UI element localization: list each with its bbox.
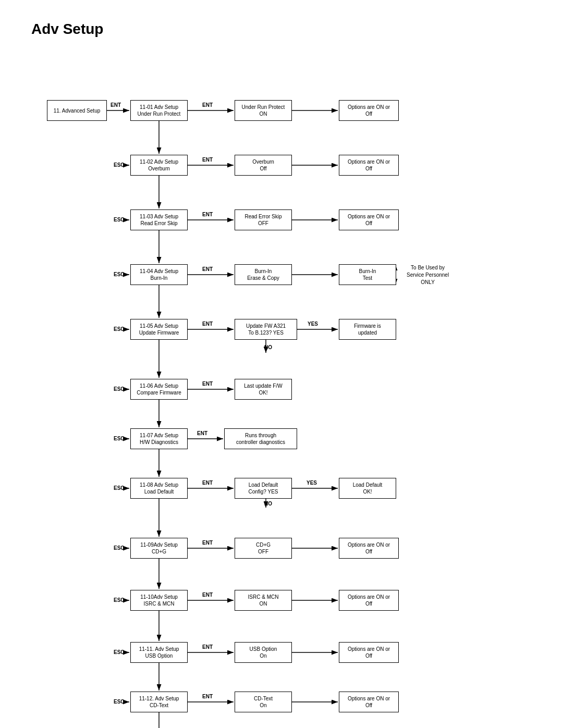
- menu-box-row9: 11-09Adv SetupCD+G: [130, 538, 188, 559]
- menu-label-row5: 11-05 Adv SetupUpdate Firmware: [139, 323, 179, 336]
- right-label-row10: Options are ON orOff: [348, 594, 390, 607]
- menu-label-row9: 11-09Adv SetupCD+G: [140, 541, 178, 555]
- right-label-row1: Options are ON orOff: [348, 104, 390, 117]
- right-box-row9: Options are ON orOff: [339, 538, 399, 559]
- mid-label-row5: Update FW A321To B.123? YES: [246, 323, 286, 336]
- svg-text:ENT: ENT: [202, 157, 213, 163]
- svg-text:ENT: ENT: [202, 644, 213, 650]
- right-box-row8: Load DefaultOK!: [339, 478, 396, 499]
- menu-box-row8: 11-08 Adv SetupLoad Default: [130, 478, 188, 499]
- right-box-row4: Burn-InTest: [339, 264, 396, 285]
- page-title: Adv Setup: [31, 21, 532, 38]
- svg-text:ENT: ENT: [202, 540, 213, 546]
- menu-box-row12: 11-12. Adv SetupCD-Text: [130, 692, 188, 712]
- mid-box-row11: USB OptionOn: [235, 642, 292, 663]
- mid-label-row12: CD-TextOn: [254, 695, 273, 709]
- svg-text:ESC: ESC: [114, 597, 125, 603]
- start-box-label: 11. Advanced Setup: [54, 107, 101, 114]
- right-box-row1: Options are ON orOff: [339, 100, 399, 121]
- mid-label-row10: ISRC & MCNON: [248, 594, 279, 607]
- menu-label-row10: 11-10Adv SetupISRC & MCN: [140, 594, 178, 607]
- svg-text:ENT: ENT: [202, 592, 213, 598]
- svg-text:ESC: ESC: [114, 436, 125, 441]
- svg-text:ENT: ENT: [202, 694, 213, 699]
- right-box-row5: Firmware isupdated: [339, 319, 396, 340]
- menu-label-row12: 11-12. Adv SetupCD-Text: [139, 695, 179, 709]
- svg-text:ESC: ESC: [114, 217, 125, 223]
- right-label-row12: Options are ON orOff: [348, 695, 390, 709]
- right-box-row12: Options are ON orOff: [339, 692, 399, 712]
- svg-text:ENT: ENT: [202, 102, 213, 108]
- menu-label-row3: 11-03 Adv SetupRead Error Skip: [140, 213, 178, 227]
- mid-box-row1: Under Run ProtectON: [235, 100, 292, 121]
- menu-label-row11: 11-11. Adv SetupUSB Option: [139, 646, 179, 659]
- svg-text:ENT: ENT: [202, 321, 213, 327]
- svg-text:ESC: ESC: [114, 386, 125, 392]
- right-label-row5: Firmware isupdated: [354, 323, 381, 336]
- mid-label-row1: Under Run ProtectON: [242, 104, 285, 117]
- svg-text:NO: NO: [264, 344, 272, 350]
- mid-box-row6: Last update F/WOK!: [235, 379, 292, 400]
- svg-text:ENT: ENT: [202, 480, 213, 486]
- menu-box-row11: 11-11. Adv SetupUSB Option: [130, 642, 188, 663]
- svg-text:YES: YES: [307, 480, 317, 486]
- right-label-row4: Burn-InTest: [359, 268, 376, 281]
- menu-label-row4: 11-04 Adv SetupBurn-In: [140, 268, 178, 281]
- menu-label-row2: 11-02 Adv SetupOverburn: [140, 158, 178, 172]
- page: Adv Setup ENT ENT: [0, 0, 563, 728]
- svg-text:ESC: ESC: [114, 272, 125, 277]
- menu-box-row3: 11-03 Adv SetupRead Error Skip: [130, 209, 188, 230]
- menu-label-row6: 11-06 Adv SetupCompare Firmware: [137, 382, 181, 396]
- mid-box-row2: OverburnOff: [235, 155, 292, 176]
- start-box: 11. Advanced Setup: [47, 100, 107, 121]
- svg-text:ESC: ESC: [114, 545, 125, 551]
- right-label-row9: Options are ON orOff: [348, 541, 390, 555]
- svg-text:ENT: ENT: [111, 102, 121, 108]
- svg-text:NO: NO: [264, 501, 272, 507]
- mid-box-row8: Load DefaultConfig? YES: [235, 478, 292, 499]
- menu-box-row6: 11-06 Adv SetupCompare Firmware: [130, 379, 188, 400]
- svg-text:ENT: ENT: [202, 381, 213, 387]
- extra-label-row4: To Be Used byService PersonnelONLY: [407, 264, 449, 286]
- menu-label-row1: 11-01 Adv SetupUnder Run Protect: [138, 104, 181, 117]
- menu-box-row10: 11-10Adv SetupISRC & MCN: [130, 590, 188, 611]
- right-box-row3: Options are ON orOff: [339, 209, 399, 230]
- svg-text:YES: YES: [308, 321, 318, 327]
- mid-box-row7: Runs throughcontroller diagnostics: [224, 428, 297, 449]
- mid-label-row7: Runs throughcontroller diagnostics: [236, 432, 285, 446]
- mid-label-row6: Last update F/WOK!: [244, 382, 282, 396]
- menu-label-row8: 11-08 Adv SetupLoad Default: [140, 482, 178, 495]
- svg-text:ENT: ENT: [197, 430, 207, 436]
- svg-text:ESC: ESC: [114, 699, 125, 705]
- menu-box-row2: 11-02 Adv SetupOverburn: [130, 155, 188, 176]
- mid-box-row12: CD-TextOn: [235, 692, 292, 712]
- mid-box-row4: Burn-InErase & Copy: [235, 264, 292, 285]
- right-box-row2: Options are ON orOff: [339, 155, 399, 176]
- right-box-row11: Options are ON orOff: [339, 642, 399, 663]
- mid-label-row9: CD+GOFF: [256, 541, 271, 555]
- svg-text:ESC: ESC: [114, 162, 125, 168]
- mid-box-row10: ISRC & MCNON: [235, 590, 292, 611]
- mid-label-row11: USB OptionOn: [250, 646, 277, 659]
- svg-text:ESC: ESC: [114, 485, 125, 491]
- menu-box-row5: 11-05 Adv SetupUpdate Firmware: [130, 319, 188, 340]
- mid-label-row8: Load DefaultConfig? YES: [248, 482, 278, 495]
- right-label-row2: Options are ON orOff: [348, 158, 390, 172]
- menu-box-row1: 11-01 Adv SetupUnder Run Protect: [130, 100, 188, 121]
- menu-box-row7: 11-07 Adv SetupH/W Diagnostics: [130, 428, 188, 449]
- mid-box-row5: Update FW A321To B.123? YES: [235, 319, 297, 340]
- right-label-row3: Options are ON orOff: [348, 213, 390, 227]
- right-box-row10: Options are ON orOff: [339, 590, 399, 611]
- mid-box-row3: Read Error SkipOFF: [235, 209, 292, 230]
- svg-text:ESC: ESC: [114, 649, 125, 655]
- menu-label-row7: 11-07 Adv SetupH/W Diagnostics: [140, 432, 178, 446]
- svg-text:ENT: ENT: [202, 212, 213, 217]
- right-label-row11: Options are ON orOff: [348, 646, 390, 659]
- menu-box-row4: 11-04 Adv SetupBurn-In: [130, 264, 188, 285]
- right-label-row8: Load DefaultOK!: [353, 482, 383, 495]
- mid-label-row4: Burn-InErase & Copy: [247, 268, 279, 281]
- mid-box-row9: CD+GOFF: [235, 538, 292, 559]
- diagram: ENT ENT ESC ENT ESC: [31, 48, 532, 728]
- mid-label-row3: Read Error SkipOFF: [244, 213, 282, 227]
- svg-text:ESC: ESC: [114, 326, 125, 332]
